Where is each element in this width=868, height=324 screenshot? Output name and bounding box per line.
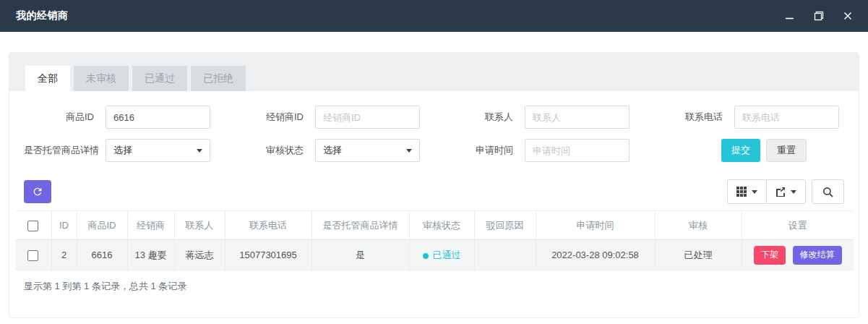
status-text: 已通过 — [433, 250, 461, 260]
toolbar-button-group — [727, 179, 806, 204]
cell-id: 2 — [51, 240, 77, 270]
column-phone: 联系电话 — [225, 211, 311, 240]
status-dot-icon — [423, 253, 429, 259]
off-shelf-button[interactable]: 下架 — [754, 246, 786, 265]
dealer-id-input[interactable] — [315, 106, 420, 129]
phone-label: 联系电话 — [653, 111, 734, 124]
cell-dealer: 13 趣耍 — [127, 240, 174, 270]
minimize-button[interactable] — [785, 12, 794, 21]
tab-rejected[interactable]: 已拒绝 — [191, 66, 246, 91]
filter-status: 审核状态 选择 — [233, 139, 443, 162]
close-button[interactable] — [843, 12, 852, 20]
cell-reject-reason — [474, 240, 536, 270]
cell-apply-time: 2022-03-28 09:02:58 — [536, 240, 655, 270]
caret-down-icon — [197, 149, 202, 153]
product-id-label: 商品ID — [24, 111, 106, 124]
cell-phone: 15077301695 — [225, 240, 311, 270]
search-button[interactable] — [812, 179, 844, 204]
apply-time-label: 申请时间 — [443, 144, 525, 157]
product-id-input[interactable] — [106, 106, 210, 129]
records-summary: 显示第 1 到第 1 条记录，总共 1 条记录 — [24, 280, 859, 293]
maximize-button[interactable] — [814, 11, 824, 21]
select-all-checkbox[interactable] — [27, 221, 38, 231]
tab-approved-label: 已通过 — [145, 72, 175, 85]
dealer-id-label: 经销商ID — [233, 111, 315, 124]
hosted-select-value: 选择 — [113, 144, 132, 157]
cell-review: 已处理 — [655, 240, 742, 270]
window-titlebar: 我的经销商 — [0, 0, 868, 32]
tab-approved[interactable]: 已通过 — [132, 66, 187, 91]
filter-hosted: 是否托管商品详情 选择 — [24, 139, 233, 162]
cell-actions: 下架 修改结算 — [742, 240, 854, 270]
filter-phone: 联系电话 — [653, 106, 859, 129]
toolbar-right — [727, 179, 844, 204]
column-product-id: 商品ID — [77, 211, 127, 240]
status-select-value: 选择 — [323, 144, 342, 157]
column-review: 审核 — [655, 211, 742, 240]
modify-settlement-button[interactable]: 修改结算 — [793, 246, 842, 265]
status-label: 审核状态 — [233, 144, 315, 157]
filter-apply-time: 申请时间 — [443, 139, 653, 162]
hosted-label: 是否托管商品详情 — [24, 144, 106, 157]
row-checkbox[interactable] — [27, 250, 38, 261]
window-title: 我的经销商 — [16, 9, 69, 22]
caret-down-icon — [406, 149, 412, 153]
tab-unreviewed-label: 未审核 — [86, 72, 116, 85]
export-button[interactable] — [766, 179, 806, 204]
filter-actions: 提交 重置 — [721, 139, 807, 162]
column-contact: 联系人 — [174, 211, 225, 240]
status-tabs: 全部 未审核 已通过 已拒绝 — [9, 53, 859, 91]
filter-row-2: 是否托管商品详情 选择 审核状态 选择 申请时间 提交 重置 — [9, 139, 859, 162]
dealers-table: ID 商品ID 经销商 联系人 联系电话 是否托管商品详情 审核状态 驳回原因 … — [15, 210, 854, 270]
window-controls — [785, 11, 852, 21]
status-select[interactable]: 选择 — [315, 139, 420, 162]
contact-input[interactable] — [525, 106, 629, 129]
caret-down-icon — [752, 190, 757, 194]
submit-button[interactable]: 提交 — [721, 139, 760, 162]
filter-dealer-id: 经销商ID — [233, 106, 443, 129]
column-settings: 设置 — [742, 211, 854, 240]
columns-grid-icon — [736, 187, 747, 197]
reset-button[interactable]: 重置 — [766, 139, 807, 162]
phone-input[interactable] — [734, 106, 839, 129]
header-select-all — [15, 211, 51, 240]
tab-all-label: 全部 — [38, 72, 58, 85]
column-id: ID — [51, 211, 77, 240]
cell-product-id: 6616 — [77, 240, 127, 270]
columns-button[interactable] — [727, 179, 767, 204]
table-header-row: ID 商品ID 经销商 联系人 联系电话 是否托管商品详情 审核状态 驳回原因 … — [15, 211, 854, 240]
column-status: 审核状态 — [409, 211, 474, 240]
filter-contact: 联系人 — [443, 106, 653, 129]
main-panel: 全部 未审核 已通过 已拒绝 商品ID 经销商ID 联系人 联系电话 是否托管商… — [9, 52, 859, 318]
refresh-icon — [32, 186, 43, 197]
table-row: 2 6616 13 趣耍 蒋远志 15077301695 是 已通过 2022-… — [15, 240, 854, 270]
hosted-select[interactable]: 选择 — [106, 139, 210, 162]
tab-rejected-label: 已拒绝 — [203, 72, 233, 85]
refresh-button[interactable] — [24, 180, 51, 203]
export-icon — [775, 187, 786, 197]
tab-all[interactable]: 全部 — [25, 66, 70, 91]
cell-status: 已通过 — [409, 240, 474, 270]
cell-select — [15, 240, 51, 270]
caret-down-icon — [791, 190, 796, 194]
table-toolbar — [9, 179, 859, 204]
close-icon — [843, 12, 852, 20]
filter-row-1: 商品ID 经销商ID 联系人 联系电话 — [9, 106, 859, 129]
column-hosted: 是否托管商品详情 — [311, 211, 409, 240]
column-dealer: 经销商 — [127, 211, 174, 240]
cell-hosted: 是 — [311, 240, 409, 270]
tab-unreviewed[interactable]: 未审核 — [74, 66, 129, 91]
maximize-icon — [814, 11, 824, 21]
column-reject-reason: 驳回原因 — [474, 211, 536, 240]
minimize-icon — [785, 12, 794, 21]
contact-label: 联系人 — [443, 111, 525, 124]
filter-product-id: 商品ID — [24, 106, 233, 129]
apply-time-input[interactable] — [525, 139, 629, 162]
cell-contact: 蒋远志 — [174, 240, 225, 270]
column-apply-time: 申请时间 — [536, 211, 655, 240]
search-icon — [822, 187, 833, 197]
